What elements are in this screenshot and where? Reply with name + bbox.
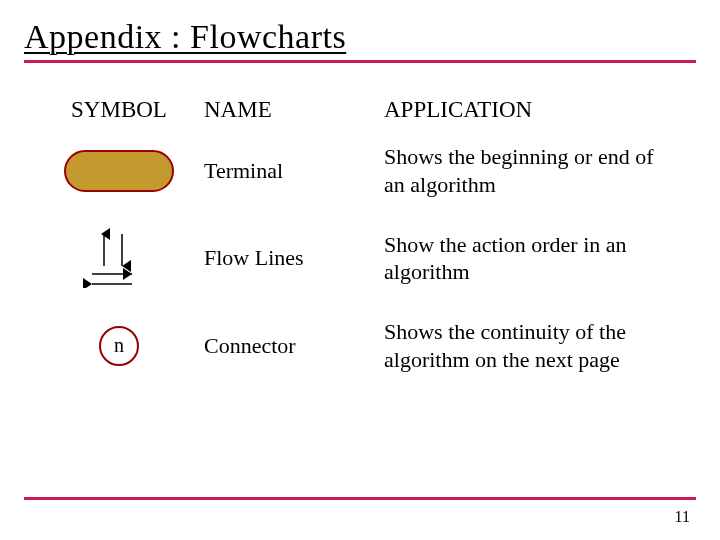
symbol-cell: n [34,326,204,366]
name-cell: Connector [204,333,384,359]
table-row: n Connector Shows the continuity of the … [34,318,676,373]
header-name: NAME [204,97,384,123]
table-row: Flow Lines Show the action order in an a… [34,228,676,288]
terminal-icon [64,150,174,192]
slide: Appendix : Flowcharts SYMBOL NAME APPLIC… [0,0,720,540]
symbol-cell [34,228,204,288]
page-title: Appendix : Flowcharts [24,18,696,56]
table-header-row: SYMBOL NAME APPLICATION [34,97,676,123]
content-table: SYMBOL NAME APPLICATION Terminal Shows t… [24,97,696,373]
table-row: Terminal Shows the beginning or end of a… [34,143,676,198]
symbol-cell [34,150,204,192]
application-cell: Show the action order in an algorithm [384,231,676,286]
page-number: 11 [675,508,690,526]
connector-label: n [114,334,124,357]
title-underline [24,60,696,63]
name-cell: Terminal [204,158,384,184]
application-cell: Shows the continuity of the algorithm on… [384,318,676,373]
bottom-underline [24,497,696,500]
header-symbol: SYMBOL [34,97,204,123]
header-application: APPLICATION [384,97,676,123]
application-cell: Shows the beginning or end of an algorit… [384,143,676,198]
flow-lines-svg [74,228,164,288]
flow-lines-icon [74,228,164,288]
name-cell: Flow Lines [204,245,384,271]
connector-icon: n [99,326,139,366]
title-area: Appendix : Flowcharts [24,18,696,63]
